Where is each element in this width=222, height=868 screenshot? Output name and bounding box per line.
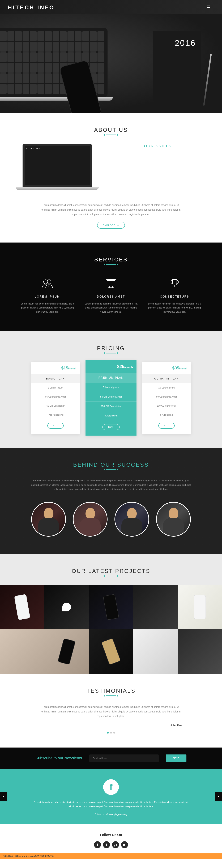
service-item: CONSECTETURS Lorem Ipsum has been the in… (143, 273, 207, 317)
project-item[interactable] (133, 585, 178, 629)
footer-title: Follow Us On (0, 833, 222, 837)
svg-rect-3 (107, 281, 115, 285)
hero-header: HITECH INFO ☰ 2016 (0, 0, 222, 113)
skills-title: OUR SKILLS (109, 144, 207, 148)
facebook-icon[interactable]: f (103, 779, 119, 795)
price-card-ultimate: $35/month ULTIMATE PLAN 10 Lorem Ipsum 8… (142, 362, 191, 434)
email-input[interactable] (89, 754, 159, 762)
explore-button[interactable]: EXPLORE → (97, 222, 125, 229)
testimonials-section: TESTIMONIALS Lorem ipsum dolor sit amet,… (0, 674, 222, 747)
footer: Follow Us On f t g+ ▶ (0, 824, 222, 854)
project-item[interactable] (89, 585, 133, 629)
title-decoration (106, 576, 116, 576)
twitter-icon[interactable]: t (103, 841, 110, 848)
title-decoration (106, 264, 116, 265)
social-section: f Exercitation ullamco laboris nisi ut a… (0, 769, 222, 824)
service-desc: Lorem Ipsum has been the industry's stan… (21, 302, 74, 314)
project-item[interactable] (44, 629, 89, 674)
newsletter-section: Subscribe to our Newsletter SEND (0, 747, 222, 769)
team-section: BEHIND OUR SUCCESS Lorem ipsum dolor sit… (0, 448, 222, 554)
price-amount: $35 (172, 366, 179, 370)
mockup-logo: HITECH INFO (26, 148, 40, 149)
service-desc: Lorem Ipsum has been the industry's stan… (148, 302, 201, 314)
title-decoration (106, 695, 116, 696)
watermark-bar: 仿站羽毛社区bbs.xiuniao.com免费下载更多好站 (0, 854, 222, 859)
youtube-icon[interactable]: ▶ (121, 841, 128, 848)
prev-arrow-icon[interactable] (0, 792, 7, 801)
testimonial-author: John Doe (33, 724, 189, 727)
services-section: SERVICES LOREM IPSUM Lorem Ipsum has bee… (0, 243, 222, 331)
about-title: ABOUT US (0, 127, 222, 133)
follow-handle: Follow Us : @example_company (7, 813, 215, 815)
title-decoration (106, 469, 116, 470)
plan-name: BASIC PLAN (31, 374, 80, 383)
plan-name: PREMIUM PLAN (86, 373, 136, 382)
project-item[interactable] (89, 629, 133, 674)
price-period: /month (179, 367, 187, 370)
googleplus-icon[interactable]: g+ (112, 841, 119, 848)
project-item[interactable] (0, 585, 44, 629)
monitor-icon (104, 277, 118, 291)
price-card-premium: $25/month PREMIUM PLAN 5 Lorem Ipsum 50 … (86, 361, 136, 436)
project-item[interactable] (0, 629, 44, 674)
plan-feature: 05 GB Dolores Amet (31, 392, 80, 401)
buy-button[interactable]: BUY (158, 423, 175, 429)
team-member[interactable] (31, 502, 66, 536)
carousel-dot[interactable] (107, 732, 109, 734)
next-arrow-icon[interactable] (215, 792, 222, 801)
service-name: CONSECTETURS (148, 295, 201, 298)
team-member[interactable] (156, 502, 191, 536)
plan-feature: 5 Lorem Ipsum (86, 382, 136, 392)
team-member[interactable] (73, 502, 107, 536)
pricing-title: PRICING (0, 345, 222, 351)
testimonial-text: Lorem ipsum dolor sit amet, consectetuer… (33, 705, 189, 718)
plan-feature: Free Adipisicing (31, 410, 80, 419)
service-item: DOLORES AMET Lorem Ipsum has been the in… (79, 273, 143, 317)
hero-image: 2016 (0, 14, 222, 113)
title-decoration (106, 353, 116, 353)
plan-feature: 3 Adipisicing (86, 411, 136, 420)
price-card-basic: $15/month BASIC PLAN 1 Lorem Ipsum 05 GB… (31, 362, 80, 434)
plan-feature: 80 GB Dolores Amet (142, 392, 191, 401)
newsletter-title: Subscribe to our Newsletter (36, 756, 83, 761)
team-title: BEHIND OUR SUCCESS (0, 462, 222, 468)
projects-section: OUR LATEST PROJECTS (0, 554, 222, 674)
plan-feature: 50 GB Dolores Amet (86, 392, 136, 401)
service-name: LOREM IPSUM (21, 295, 74, 298)
trophy-icon (168, 277, 182, 291)
service-name: DOLORES AMET (85, 295, 138, 298)
project-item[interactable] (44, 585, 89, 629)
services-title: SERVICES (0, 256, 222, 263)
send-button[interactable]: SEND (166, 754, 186, 762)
about-text: Lorem ipsum dolor sit amet, consectetuer… (33, 203, 189, 217)
service-desc: Lorem Ipsum has been the industry's stan… (85, 302, 138, 314)
project-item[interactable] (133, 629, 178, 674)
carousel-dot[interactable] (113, 732, 115, 734)
team-member[interactable] (115, 502, 149, 536)
site-logo[interactable]: HITECH INFO (8, 4, 55, 11)
team-text: Lorem ipsum dolor sit amet, consectetuer… (24, 478, 198, 492)
project-item[interactable] (178, 585, 222, 629)
project-item[interactable] (178, 629, 222, 674)
buy-button[interactable]: BUY (47, 423, 64, 429)
price-period: /month (68, 367, 76, 370)
projects-title: OUR LATEST PROJECTS (0, 568, 222, 574)
service-item: LOREM IPSUM Lorem Ipsum has been the ind… (15, 273, 79, 317)
menu-icon[interactable]: ☰ (207, 5, 211, 10)
plan-name: ULTIMATE PLAN (142, 374, 191, 383)
buy-button[interactable]: BUY (102, 424, 120, 430)
price-period: /month (124, 366, 133, 369)
plan-feature: 5 Adipisicing (142, 410, 191, 419)
plan-feature: 1 Lorem Ipsum (31, 383, 80, 392)
pricing-section: PRICING $15/month BASIC PLAN 1 Lorem Ips… (0, 331, 222, 448)
plan-feature: 250 GB Consetetur (86, 401, 136, 411)
plan-feature: 10 Lorem Ipsum (142, 383, 191, 392)
about-section: ABOUT US HITECH INFO OUR SKILLS Lorem ip… (0, 113, 222, 243)
price-amount: $15 (61, 366, 68, 370)
price-amount: $25 (117, 364, 124, 369)
facebook-icon[interactable]: f (94, 841, 101, 848)
plan-feature: 500 GB Consetetur (142, 401, 191, 410)
carousel-dot[interactable] (110, 732, 112, 734)
social-text: Exercitation ullamco laboris nisi ut ali… (33, 800, 189, 809)
title-decoration (106, 134, 116, 135)
